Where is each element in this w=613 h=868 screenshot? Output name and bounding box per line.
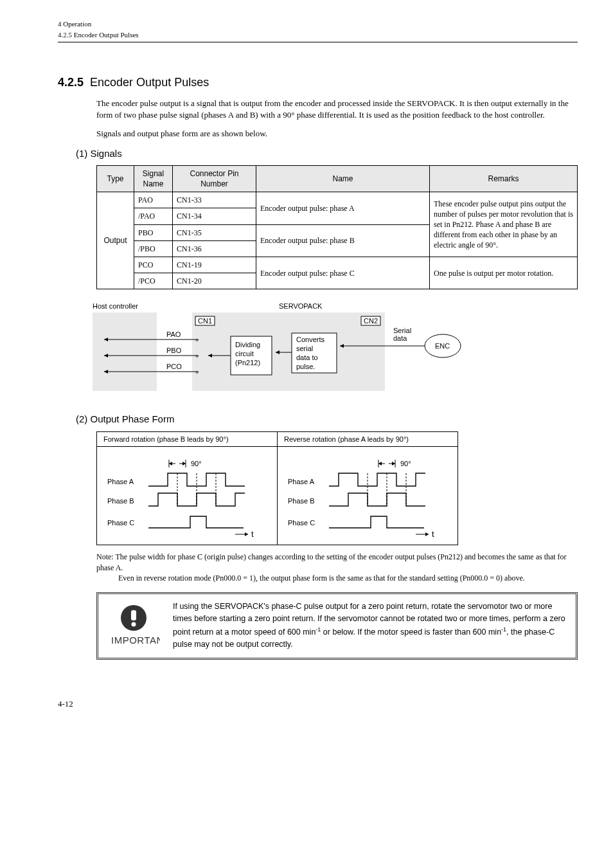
phase-c-label: Phase C	[107, 519, 134, 527]
signals-subtitle: (1) Signals	[76, 147, 578, 160]
note-block: Note: The pulse width for phase C (origi…	[96, 552, 578, 583]
section-heading: Encoder Output Pulses	[90, 76, 209, 89]
label-pco: PCO	[166, 363, 182, 370]
intro-para-1: The encoder pulse output is a signal tha…	[96, 98, 578, 120]
label-servopack: SERVOPACK	[279, 302, 323, 310]
label-enc: ENC	[435, 342, 450, 350]
label-pbo: PBO	[166, 347, 182, 354]
conn-cell: CN1-20	[173, 273, 256, 289]
intro-para-2: Signals and output phase form are as sho…	[96, 128, 578, 140]
th-type: Type	[97, 165, 134, 192]
svg-rect-33	[131, 610, 136, 620]
conn-cell: CN1-35	[173, 224, 256, 240]
phase-subtitle: (2) Output Phase Form	[76, 413, 578, 426]
note-line1: The pulse width for phase C (origin puls…	[96, 552, 567, 572]
signal-cell: PCO	[134, 257, 173, 273]
label-divide: Dividing	[235, 341, 260, 348]
th-signal: Signal Name	[134, 165, 173, 192]
signals-table: Type Signal Name Connector Pin Number Na…	[96, 165, 578, 290]
t-label: t	[251, 529, 254, 539]
label-conv3: data to	[296, 354, 318, 361]
type-cell: Output	[97, 192, 134, 289]
t-label: t	[432, 529, 434, 539]
conn-cell: CN1-34	[173, 208, 256, 224]
signal-cell: /PCO	[134, 273, 173, 289]
name-cell: Encoder output pulse: phase A	[256, 192, 430, 224]
table-row: PCO CN1-19 Encoder output pulse: phase C…	[97, 257, 578, 273]
note-line2: Even in reverse rotation mode (Pn000.0 =…	[118, 573, 578, 583]
rev-diagram: 90° Phase A Phase B Phase C t	[278, 447, 458, 545]
th-name: Name	[256, 165, 430, 192]
name-cell: Encoder output pulse: phase B	[256, 224, 430, 257]
th-remarks: Remarks	[430, 165, 578, 192]
svg-point-34	[132, 622, 136, 627]
phase-c-label: Phase C	[288, 519, 315, 527]
important-label: IMPORTANT	[111, 635, 160, 646]
svg-text:»: »	[195, 353, 199, 359]
label-pao: PAO	[166, 330, 181, 338]
header-chapter: 4 Operation	[58, 19, 578, 29]
section-title: 4.2.5 Encoder Output Pulses	[58, 75, 578, 90]
conn-cell: CN1-36	[173, 240, 256, 257]
important-icon: IMPORTANT	[107, 602, 160, 649]
label-conv2: serial	[296, 345, 313, 352]
label-conv4: pulse.	[296, 363, 315, 370]
phase-b-label: Phase B	[288, 497, 315, 505]
phase-b-label: Phase B	[107, 497, 134, 505]
svg-text:»: »	[195, 369, 199, 375]
th-connector: Connector Pin Number	[173, 165, 256, 192]
phase-table: Forward rotation (phase B leads by 90°) …	[96, 431, 458, 546]
remarks-cell: These encoder pulse output pins output t…	[430, 192, 578, 257]
phase-a-label: Phase A	[107, 478, 134, 485]
conn-cell: CN1-33	[173, 192, 256, 208]
deg-label: 90°	[400, 460, 411, 467]
remarks-cell: One pulse is output per motor rotation.	[430, 257, 578, 289]
block-diagram: Host controller SERVOPACK CN1 CN2 PAO PB…	[93, 301, 578, 397]
conn-cell: CN1-19	[173, 257, 256, 273]
header-section: 4.2.5 Encoder Output Pulses	[58, 30, 578, 42]
fwd-diagram: 90° Phase A Phase B Phase C	[97, 447, 278, 545]
important-box: IMPORTANT If using the SERVOPACK's phase…	[96, 592, 578, 660]
signal-cell: PBO	[134, 224, 173, 240]
label-divide2: circuit	[235, 350, 254, 357]
label-conv1: Converts	[296, 336, 325, 343]
signal-cell: /PBO	[134, 240, 173, 257]
svg-rect-1	[192, 312, 385, 391]
signal-cell: PAO	[134, 192, 173, 208]
label-divide3: (Pn212)	[235, 359, 260, 366]
label-cn1: CN1	[198, 317, 212, 325]
fwd-header: Forward rotation (phase B leads by 90°)	[97, 431, 278, 447]
section-number: 4.2.5	[58, 76, 84, 89]
label-serial1: Serial	[393, 327, 411, 334]
label-serial2: data	[393, 334, 407, 342]
deg-label: 90°	[191, 460, 202, 467]
svg-text:»: »	[195, 337, 199, 343]
name-cell: Encoder output pulse: phase C	[256, 257, 430, 289]
note-label: Note:	[96, 552, 114, 561]
label-cn2: CN2	[364, 317, 378, 325]
signal-cell: /PAO	[134, 208, 173, 224]
phase-a-label: Phase A	[288, 478, 315, 485]
important-text: If using the SERVOPACK's phase-C pulse o…	[173, 601, 567, 651]
table-row: Output PAO CN1-33 Encoder output pulse: …	[97, 192, 578, 208]
label-host: Host controller	[93, 302, 138, 310]
svg-rect-0	[93, 312, 157, 391]
rev-header: Reverse rotation (phase A leads by 90°)	[278, 431, 458, 447]
